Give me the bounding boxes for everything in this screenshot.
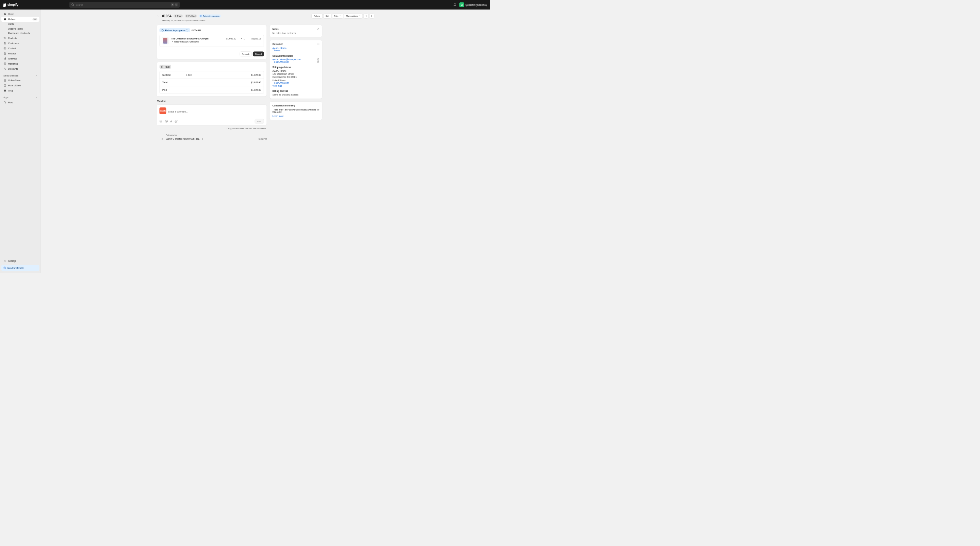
kbd-cmd: ⌘	[171, 3, 174, 6]
logo-text: shopify	[8, 3, 18, 7]
svg-point-13	[4, 68, 5, 68]
refund-button[interactable]: Refund	[312, 14, 323, 18]
nav-home[interactable]: Home	[2, 11, 40, 17]
nav-content-label: Content	[8, 47, 16, 50]
customer-orders-link[interactable]: 7 orders	[272, 49, 320, 52]
nav-drafts[interactable]: Drafts	[2, 22, 40, 27]
svg-point-30	[166, 121, 167, 122]
event-time: 5:36 PM	[259, 138, 267, 140]
nav-discounts[interactable]: Discounts	[2, 66, 40, 71]
post-comment-button[interactable]: Post	[255, 119, 264, 124]
svg-point-4	[5, 42, 5, 43]
restock-button[interactable]: Restock	[240, 52, 251, 56]
svg-point-28	[161, 121, 162, 121]
return-icon	[161, 29, 164, 32]
customer-phone-link[interactable]: +1 613-555-0127	[272, 61, 290, 63]
nav-discounts-label: Discounts	[8, 67, 18, 70]
topbar-right: Q( Quickstart (60bbc47a)	[453, 2, 487, 7]
next-order-button[interactable]	[369, 14, 374, 18]
bank-icon	[4, 52, 6, 55]
badge-paid: Paid	[173, 14, 183, 17]
nav-orders-label: Orders	[8, 18, 15, 21]
product-thumbnail[interactable]	[162, 37, 169, 44]
item-return-reason: Return reason: Unknown	[171, 40, 224, 43]
nav-orders[interactable]: Orders 53	[2, 17, 40, 22]
nav-pos-label: Point of Sale	[8, 84, 21, 87]
nav-analytics[interactable]: Analytics	[2, 56, 40, 61]
shopify-logo[interactable]: shopify	[3, 3, 18, 7]
non-transferable-label: Non-transferable	[8, 267, 24, 269]
conversion-learn-more-link[interactable]: Learn more	[272, 114, 320, 117]
chevron-left-icon	[365, 15, 367, 17]
nav-marketing[interactable]: Marketing	[2, 61, 40, 66]
timeline-event[interactable]: Sumin G created return #1054-R1. 5:36 PM	[160, 138, 267, 140]
shipping-phone-link[interactable]: +1 613-555-0127	[272, 82, 320, 85]
pencil-icon[interactable]	[317, 28, 320, 30]
svg-rect-5	[4, 47, 6, 49]
nav-finance[interactable]: Finance	[2, 51, 40, 56]
contact-info-title: Contact information	[272, 55, 320, 57]
customer-more-menu[interactable]: ⋯	[317, 43, 320, 46]
svg-rect-31	[318, 59, 319, 60]
svg-line-15	[5, 68, 6, 69]
return-card: Return in progress (1) #1054-R1 ⋯ The Co…	[156, 25, 267, 59]
pos-icon	[4, 84, 6, 87]
back-arrow-icon[interactable]	[156, 14, 160, 17]
store-icon	[4, 79, 6, 82]
order-subtitle: February 11, 2024 at 5:35 pm from Draft …	[162, 19, 374, 21]
comment-input[interactable]	[169, 108, 264, 114]
customer-email-link[interactable]: ayumu.hirano@example.com	[272, 58, 301, 61]
nav-pos[interactable]: Point of Sale	[2, 83, 40, 88]
refund-return-button[interactable]: Refund	[253, 52, 264, 56]
nav-shipping-labels-label: Shipping labels	[8, 27, 23, 30]
search-input[interactable]	[76, 3, 169, 6]
nav-settings[interactable]: Settings	[2, 259, 40, 263]
apps-label: Apps	[3, 96, 8, 99]
nav-products[interactable]: Products	[2, 36, 40, 41]
more-actions-button[interactable]: More actions	[344, 14, 363, 18]
timeline-visibility-note: Only you and other staff can see comment…	[156, 127, 267, 130]
nav-shipping-labels[interactable]: Shipping labels	[2, 27, 40, 31]
clipboard-icon[interactable]	[317, 61, 320, 63]
topbar: shopify ⌘ K Q( Quickstart (60bbc47a)	[0, 0, 490, 10]
global-search[interactable]: ⌘ K	[69, 2, 180, 8]
clipboard-icon[interactable]	[317, 58, 320, 60]
non-transferable-banner[interactable]: Non-transferable	[2, 265, 40, 271]
chevron-right-icon	[202, 138, 204, 140]
svg-rect-9	[5, 57, 6, 59]
notification-bell-icon[interactable]	[453, 3, 457, 6]
nav-customers[interactable]: Customers	[2, 41, 40, 46]
kbd-k: K	[175, 3, 178, 6]
edit-button[interactable]: Edit	[323, 14, 331, 18]
nav-abandoned[interactable]: Abandoned checkouts	[2, 31, 40, 36]
shopify-bag-icon	[3, 3, 6, 7]
badge-return-in-progress: Return in progress	[199, 14, 221, 17]
svg-point-26	[159, 120, 162, 122]
hashtag-icon[interactable]: #	[170, 119, 172, 123]
customer-name-link[interactable]: Ayumu Hirano	[272, 47, 320, 50]
return-more-menu[interactable]: ⋯	[258, 28, 264, 33]
attachment-icon[interactable]	[175, 120, 178, 123]
nav-shop[interactable]: Shop	[2, 88, 40, 93]
emoji-icon[interactable]	[159, 120, 163, 123]
view-map-link[interactable]: View map	[272, 84, 320, 87]
print-button[interactable]: Print	[332, 14, 343, 18]
content-area: #1054 Paid Fulfilled Return in progress …	[41, 10, 490, 273]
shipping-line1: 123 West Main Street	[272, 73, 320, 76]
nav-flow[interactable]: Flow	[2, 100, 40, 105]
prev-order-button[interactable]	[363, 14, 369, 18]
notes-body: No notes from customer	[270, 32, 322, 37]
user-menu[interactable]: Q( Quickstart (60bbc47a)	[460, 2, 487, 7]
nav-home-label: Home	[8, 13, 14, 16]
chevron-down-icon	[339, 15, 341, 17]
chart-icon	[4, 57, 6, 60]
nav-online-store[interactable]: Online Store	[2, 78, 40, 83]
mention-icon[interactable]	[165, 120, 168, 123]
billing-body: Same as shipping address	[272, 93, 320, 96]
sales-channels-header[interactable]: Sales channels	[2, 73, 40, 78]
apps-header[interactable]: Apps	[2, 95, 40, 100]
customer-card: Customer ⋯ Ayumu Hirano 7 orders Contact…	[269, 40, 322, 99]
svg-point-0	[72, 4, 73, 5]
nav-content[interactable]: Content	[2, 46, 40, 51]
nav-settings-label: Settings	[8, 260, 16, 262]
